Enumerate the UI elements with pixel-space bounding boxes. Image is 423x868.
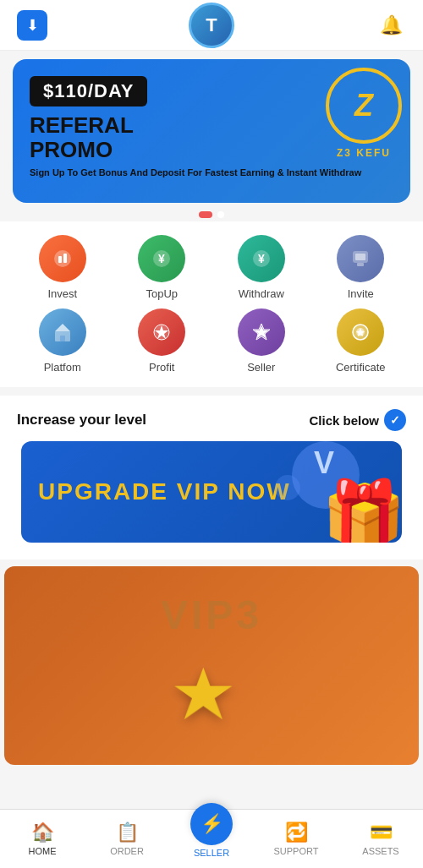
topup-icon-bg: ¥ [138, 235, 185, 282]
bell-icon: 🔔 [380, 14, 403, 36]
vip-upgrade-banner[interactable]: UPGRADE VIP NOW V 🎁 [21, 441, 402, 543]
vip3-title: VIP3 [161, 592, 262, 638]
click-below-text: Click below [309, 413, 379, 428]
menu-item-platform[interactable]: Platfom [17, 308, 108, 374]
nav-seller-center[interactable]: ⚡ SELLER [169, 810, 254, 868]
menu-item-profit[interactable]: Profit [117, 308, 208, 374]
seller-label: Seller [247, 361, 275, 374]
svg-point-0 [54, 250, 71, 267]
order-label: ORDER [110, 846, 144, 856]
svg-marker-11 [55, 324, 70, 331]
svg-text:¥: ¥ [158, 252, 165, 265]
bubble-3 [275, 475, 300, 500]
bottom-nav: 🏠 HOME 📋 ORDER ⚡ SELLER 🔁 SUPPORT 💳 ASSE… [0, 809, 423, 868]
vip3-card[interactable]: VIP3 ★ [4, 566, 419, 765]
check-circle-icon: ✓ [384, 409, 406, 431]
nav-support[interactable]: 🔁 SUPPORT [254, 810, 338, 868]
z3-label: Z3 KEFU [337, 147, 391, 159]
home-label: HOME [29, 846, 57, 856]
banner-dots [0, 211, 423, 218]
vip-decoration: V 🎁 [241, 441, 402, 543]
gift-icon: 🎁 [321, 476, 402, 543]
menu-grid: Invest ¥ TopUp ¥ Withdraw Invite [0, 221, 423, 387]
app-logo: T [189, 3, 234, 48]
z3-circle: Z [326, 68, 402, 144]
profit-icon-bg [138, 308, 185, 356]
svg-rect-1 [58, 256, 62, 263]
svg-rect-9 [357, 263, 364, 266]
svg-rect-2 [63, 254, 67, 263]
click-below-cta[interactable]: Click below ✓ [309, 409, 406, 431]
nav-order[interactable]: 📋 ORDER [85, 810, 169, 868]
withdraw-icon-bg: ¥ [238, 235, 285, 282]
invite-icon-bg [337, 235, 384, 282]
svg-rect-8 [355, 254, 365, 260]
seller-icon-bg [238, 308, 285, 356]
menu-item-withdraw[interactable]: ¥ Withdraw [216, 235, 307, 300]
seller-center-circle: ⚡ [190, 803, 233, 845]
platform-icon-bg [39, 308, 86, 356]
assets-icon: 💳 [370, 822, 393, 843]
header: ⬇ T 🔔 [0, 0, 423, 51]
download-button[interactable]: ⬇ [17, 10, 47, 41]
nav-assets[interactable]: 💳 ASSETS [338, 810, 423, 868]
vip3-star: ★ [169, 655, 254, 740]
invite-label: Invite [348, 287, 374, 300]
certificate-label: Certificate [336, 361, 386, 374]
profit-label: Profit [149, 361, 174, 374]
download-icon: ⬇ [26, 16, 39, 35]
z3-letter: Z [354, 88, 373, 123]
topup-label: TopUp [146, 287, 178, 300]
banner-price: $110/DAY [30, 76, 147, 106]
order-icon: 📋 [116, 822, 139, 843]
assets-label: ASSETS [362, 846, 398, 856]
platform-label: Platfom [44, 361, 81, 374]
logo-text: T [206, 14, 217, 36]
star-icon: ★ [167, 660, 241, 732]
support-icon: 🔁 [285, 822, 308, 843]
svg-rect-12 [60, 336, 65, 341]
banner-logo-right: Z Z3 KEFU [326, 68, 402, 159]
nav-home[interactable]: 🏠 HOME [0, 810, 85, 868]
support-label: SUPPORT [274, 846, 319, 856]
dot-1 [199, 211, 212, 218]
bell-button[interactable]: 🔔 [376, 10, 406, 41]
level-header: Increase your level Click below ✓ [17, 409, 406, 431]
withdraw-label: Withdraw [239, 287, 284, 300]
dot-2 [217, 211, 224, 218]
promo-banner[interactable]: $110/DAY REFERALPROMO Sign Up To Get Bon… [13, 59, 410, 203]
certificate-icon-bg [337, 308, 384, 356]
menu-item-invest[interactable]: Invest [17, 235, 108, 300]
seller-center-icon: ⚡ [201, 813, 223, 835]
menu-item-invite[interactable]: Invite [316, 235, 407, 300]
menu-item-certificate[interactable]: Certificate [316, 308, 407, 374]
invest-label: Invest [47, 287, 77, 300]
svg-text:¥: ¥ [258, 252, 265, 265]
seller-center-label: SELLER [194, 848, 229, 858]
menu-item-seller[interactable]: Seller [216, 308, 307, 374]
menu-item-topup[interactable]: ¥ TopUp [117, 235, 208, 300]
home-icon: 🏠 [31, 822, 54, 843]
invest-icon-bg [39, 235, 86, 282]
banner-subtitle: Sign Up To Get Bonus And Deposit For Fas… [30, 167, 393, 179]
level-section: Increase your level Click below ✓ UPGRAD… [0, 396, 423, 560]
level-title: Increase your level [17, 412, 146, 429]
